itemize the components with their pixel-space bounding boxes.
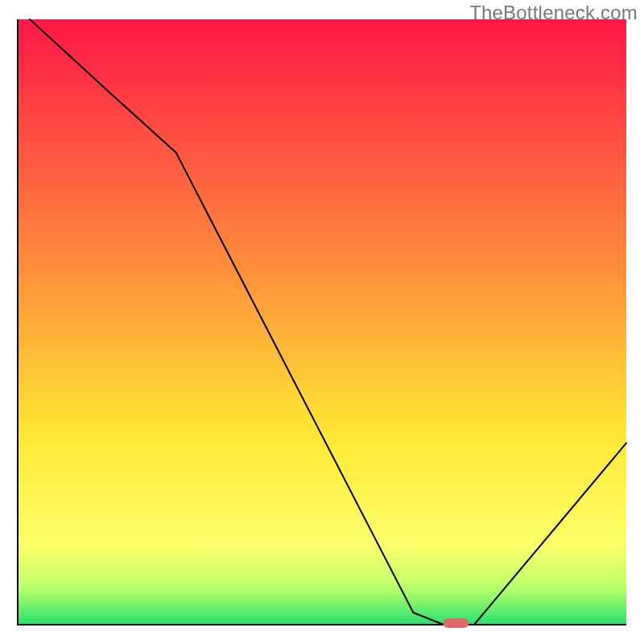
bottleneck-chart [0, 0, 644, 644]
plot-background [18, 19, 626, 625]
chart-container: TheBottleneck.com [0, 0, 644, 644]
optimum-marker [443, 618, 469, 628]
